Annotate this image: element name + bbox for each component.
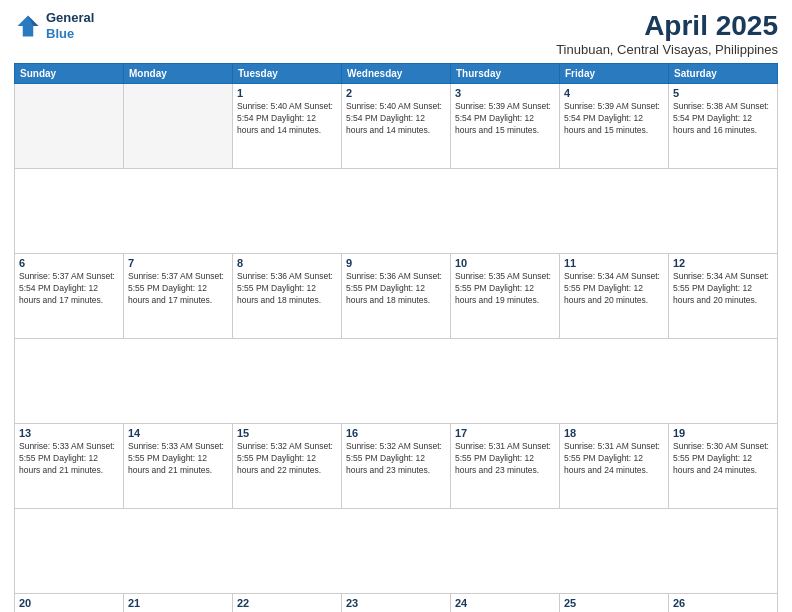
day-info: Sunrise: 5:32 AM Sunset: 5:55 PM Dayligh…	[237, 441, 337, 477]
calendar-cell: 15Sunrise: 5:32 AM Sunset: 5:55 PM Dayli…	[233, 424, 342, 509]
logo-text: General Blue	[46, 10, 94, 41]
calendar-cell: 17Sunrise: 5:31 AM Sunset: 5:55 PM Dayli…	[451, 424, 560, 509]
day-number: 25	[564, 597, 664, 609]
day-number: 2	[346, 87, 446, 99]
day-number: 13	[19, 427, 119, 439]
calendar-cell: 4Sunrise: 5:39 AM Sunset: 5:54 PM Daylig…	[560, 84, 669, 169]
day-header-friday: Friday	[560, 64, 669, 84]
calendar-cell: 6Sunrise: 5:37 AM Sunset: 5:54 PM Daylig…	[15, 254, 124, 339]
day-header-thursday: Thursday	[451, 64, 560, 84]
calendar-cell: 14Sunrise: 5:33 AM Sunset: 5:55 PM Dayli…	[124, 424, 233, 509]
day-number: 26	[673, 597, 773, 609]
calendar-cell: 16Sunrise: 5:32 AM Sunset: 5:55 PM Dayli…	[342, 424, 451, 509]
day-info: Sunrise: 5:32 AM Sunset: 5:55 PM Dayligh…	[346, 441, 446, 477]
day-number: 1	[237, 87, 337, 99]
day-info: Sunrise: 5:37 AM Sunset: 5:54 PM Dayligh…	[19, 271, 119, 307]
day-number: 15	[237, 427, 337, 439]
day-number: 7	[128, 257, 228, 269]
calendar-cell: 26Sunrise: 5:27 AM Sunset: 5:56 PM Dayli…	[669, 594, 778, 613]
day-number: 3	[455, 87, 555, 99]
day-info: Sunrise: 5:30 AM Sunset: 5:55 PM Dayligh…	[673, 441, 773, 477]
day-number: 11	[564, 257, 664, 269]
calendar-week-1: 1Sunrise: 5:40 AM Sunset: 5:54 PM Daylig…	[15, 84, 778, 169]
day-info: Sunrise: 5:40 AM Sunset: 5:54 PM Dayligh…	[237, 101, 337, 137]
day-info: Sunrise: 5:39 AM Sunset: 5:54 PM Dayligh…	[455, 101, 555, 137]
day-number: 18	[564, 427, 664, 439]
day-number: 20	[19, 597, 119, 609]
calendar-cell: 18Sunrise: 5:31 AM Sunset: 5:55 PM Dayli…	[560, 424, 669, 509]
calendar-week-4: 20Sunrise: 5:30 AM Sunset: 5:55 PM Dayli…	[15, 594, 778, 613]
day-number: 6	[19, 257, 119, 269]
calendar-cell: 5Sunrise: 5:38 AM Sunset: 5:54 PM Daylig…	[669, 84, 778, 169]
day-number: 24	[455, 597, 555, 609]
header: General Blue April 2025 Tinubuan, Centra…	[14, 10, 778, 57]
day-header-wednesday: Wednesday	[342, 64, 451, 84]
calendar-cell: 23Sunrise: 5:28 AM Sunset: 5:55 PM Dayli…	[342, 594, 451, 613]
day-info: Sunrise: 5:33 AM Sunset: 5:55 PM Dayligh…	[128, 441, 228, 477]
day-info: Sunrise: 5:36 AM Sunset: 5:55 PM Dayligh…	[346, 271, 446, 307]
calendar-cell: 2Sunrise: 5:40 AM Sunset: 5:54 PM Daylig…	[342, 84, 451, 169]
calendar-table: SundayMondayTuesdayWednesdayThursdayFrid…	[14, 63, 778, 612]
logo-icon	[14, 12, 42, 40]
day-info: Sunrise: 5:35 AM Sunset: 5:55 PM Dayligh…	[455, 271, 555, 307]
calendar-cell: 7Sunrise: 5:37 AM Sunset: 5:55 PM Daylig…	[124, 254, 233, 339]
week-divider	[15, 169, 778, 254]
calendar-week-3: 13Sunrise: 5:33 AM Sunset: 5:55 PM Dayli…	[15, 424, 778, 509]
calendar-week-2: 6Sunrise: 5:37 AM Sunset: 5:54 PM Daylig…	[15, 254, 778, 339]
day-number: 23	[346, 597, 446, 609]
day-number: 5	[673, 87, 773, 99]
main-title: April 2025	[556, 10, 778, 42]
day-header-sunday: Sunday	[15, 64, 124, 84]
calendar-cell: 22Sunrise: 5:29 AM Sunset: 5:55 PM Dayli…	[233, 594, 342, 613]
day-info: Sunrise: 5:36 AM Sunset: 5:55 PM Dayligh…	[237, 271, 337, 307]
calendar-cell: 3Sunrise: 5:39 AM Sunset: 5:54 PM Daylig…	[451, 84, 560, 169]
day-info: Sunrise: 5:33 AM Sunset: 5:55 PM Dayligh…	[19, 441, 119, 477]
day-header-monday: Monday	[124, 64, 233, 84]
calendar-cell: 13Sunrise: 5:33 AM Sunset: 5:55 PM Dayli…	[15, 424, 124, 509]
calendar-header-row: SundayMondayTuesdayWednesdayThursdayFrid…	[15, 64, 778, 84]
day-info: Sunrise: 5:39 AM Sunset: 5:54 PM Dayligh…	[564, 101, 664, 137]
day-header-saturday: Saturday	[669, 64, 778, 84]
day-number: 22	[237, 597, 337, 609]
day-number: 8	[237, 257, 337, 269]
calendar-cell: 12Sunrise: 5:34 AM Sunset: 5:55 PM Dayli…	[669, 254, 778, 339]
day-info: Sunrise: 5:34 AM Sunset: 5:55 PM Dayligh…	[564, 271, 664, 307]
day-number: 9	[346, 257, 446, 269]
day-number: 4	[564, 87, 664, 99]
calendar-cell: 25Sunrise: 5:27 AM Sunset: 5:56 PM Dayli…	[560, 594, 669, 613]
calendar-cell: 10Sunrise: 5:35 AM Sunset: 5:55 PM Dayli…	[451, 254, 560, 339]
day-number: 10	[455, 257, 555, 269]
calendar-cell: 19Sunrise: 5:30 AM Sunset: 5:55 PM Dayli…	[669, 424, 778, 509]
day-info: Sunrise: 5:34 AM Sunset: 5:55 PM Dayligh…	[673, 271, 773, 307]
calendar-cell: 21Sunrise: 5:29 AM Sunset: 5:55 PM Dayli…	[124, 594, 233, 613]
week-divider	[15, 339, 778, 424]
day-number: 21	[128, 597, 228, 609]
day-info: Sunrise: 5:31 AM Sunset: 5:55 PM Dayligh…	[455, 441, 555, 477]
day-number: 19	[673, 427, 773, 439]
calendar-cell: 11Sunrise: 5:34 AM Sunset: 5:55 PM Dayli…	[560, 254, 669, 339]
day-header-tuesday: Tuesday	[233, 64, 342, 84]
day-number: 12	[673, 257, 773, 269]
calendar-cell: 8Sunrise: 5:36 AM Sunset: 5:55 PM Daylig…	[233, 254, 342, 339]
logo: General Blue	[14, 10, 94, 41]
day-number: 14	[128, 427, 228, 439]
subtitle: Tinubuan, Central Visayas, Philippines	[556, 42, 778, 57]
day-info: Sunrise: 5:31 AM Sunset: 5:55 PM Dayligh…	[564, 441, 664, 477]
calendar-cell	[124, 84, 233, 169]
week-divider	[15, 509, 778, 594]
calendar-cell: 20Sunrise: 5:30 AM Sunset: 5:55 PM Dayli…	[15, 594, 124, 613]
calendar-cell	[15, 84, 124, 169]
day-info: Sunrise: 5:37 AM Sunset: 5:55 PM Dayligh…	[128, 271, 228, 307]
calendar-cell: 24Sunrise: 5:28 AM Sunset: 5:56 PM Dayli…	[451, 594, 560, 613]
day-info: Sunrise: 5:40 AM Sunset: 5:54 PM Dayligh…	[346, 101, 446, 137]
title-block: April 2025 Tinubuan, Central Visayas, Ph…	[556, 10, 778, 57]
calendar-cell: 1Sunrise: 5:40 AM Sunset: 5:54 PM Daylig…	[233, 84, 342, 169]
day-number: 16	[346, 427, 446, 439]
day-number: 17	[455, 427, 555, 439]
page: General Blue April 2025 Tinubuan, Centra…	[0, 0, 792, 612]
calendar-cell: 9Sunrise: 5:36 AM Sunset: 5:55 PM Daylig…	[342, 254, 451, 339]
day-info: Sunrise: 5:38 AM Sunset: 5:54 PM Dayligh…	[673, 101, 773, 137]
